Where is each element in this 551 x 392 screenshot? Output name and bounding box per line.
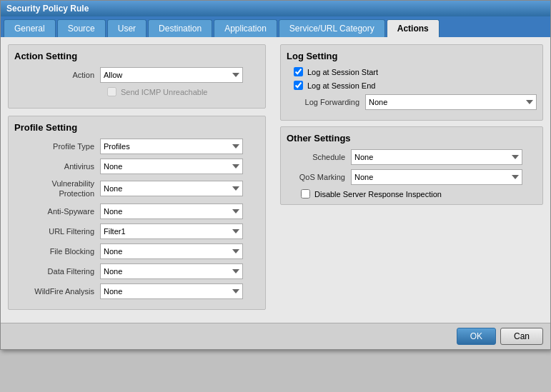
- left-panel: Action Setting Action Allow Deny Drop Se…: [8, 44, 266, 316]
- tab-source[interactable]: Source: [57, 19, 106, 37]
- send-icmp-row: Send ICMP Unreachable: [14, 87, 259, 96]
- other-settings-title: Other Settings: [287, 133, 537, 144]
- ok-button[interactable]: OK: [457, 328, 496, 345]
- disable-server-label: Disable Server Response Inspection: [314, 190, 442, 198]
- send-icmp-label: Send ICMP Unreachable: [121, 88, 207, 96]
- antivirus-label: Antivirus: [14, 162, 100, 171]
- tab-user[interactable]: User: [107, 19, 147, 37]
- action-setting-title: Action Setting: [14, 51, 259, 61]
- title-bar: Security Policy Rule: [1, 1, 550, 16]
- anti-spyware-label: Anti-Spyware: [14, 207, 100, 216]
- action-row: Action Allow Deny Drop: [14, 67, 259, 83]
- tab-content: Action Setting Action Allow Deny Drop Se…: [1, 37, 550, 323]
- antivirus-row: Antivirus None: [14, 159, 259, 174]
- url-filtering-row: URL Filtering Filter1 None: [14, 223, 259, 239]
- profile-setting-title: Profile Setting: [14, 122, 259, 133]
- url-filtering-select[interactable]: Filter1 None: [100, 223, 243, 239]
- wildfire-select[interactable]: None: [100, 283, 243, 299]
- vuln-label: VulnerabilityProtection: [14, 179, 100, 199]
- log-setting-section: Log Setting Log at Session Start Log at …: [280, 44, 543, 121]
- log-session-start-checkbox[interactable]: [294, 67, 303, 76]
- qos-select[interactable]: None: [351, 169, 522, 185]
- tab-service-url[interactable]: Service/URL Category: [279, 19, 385, 37]
- disable-server-checkbox[interactable]: [301, 189, 310, 198]
- file-blocking-label: File Blocking: [14, 247, 100, 256]
- file-blocking-select[interactable]: None: [100, 243, 243, 259]
- anti-spyware-select[interactable]: None: [100, 203, 243, 219]
- log-forwarding-label: Log Forwarding: [287, 98, 365, 106]
- file-blocking-row: File Blocking None: [14, 243, 259, 259]
- data-filtering-row: Data Filtering None: [14, 263, 259, 279]
- schedule-label: Schedule: [287, 153, 351, 161]
- disable-server-row: Disable Server Response Inspection: [287, 189, 537, 198]
- schedule-select[interactable]: None: [351, 149, 522, 165]
- action-setting-section: Action Setting Action Allow Deny Drop Se…: [8, 44, 266, 109]
- qos-label: QoS Marking: [287, 173, 351, 181]
- security-policy-dialog: Security Policy Rule General Source User…: [0, 0, 551, 350]
- qos-row: QoS Marking None: [287, 169, 537, 185]
- url-filtering-label: URL Filtering: [14, 227, 100, 236]
- log-session-end-label: Log at Session End: [307, 81, 375, 90]
- log-session-end-checkbox[interactable]: [294, 81, 303, 90]
- schedule-row: Schedule None: [287, 149, 537, 165]
- footer: OK Can: [1, 323, 550, 349]
- dialog-title: Security Policy Rule: [6, 4, 89, 14]
- vuln-select[interactable]: None: [100, 181, 243, 196]
- log-forwarding-select[interactable]: None: [365, 94, 537, 110]
- tab-actions[interactable]: Actions: [387, 19, 440, 37]
- log-forwarding-row: Log Forwarding None: [287, 94, 537, 110]
- send-icmp-checkbox[interactable]: [107, 87, 116, 96]
- profile-type-select[interactable]: Profiles Group None: [100, 139, 243, 154]
- right-panel: Log Setting Log at Session Start Log at …: [280, 44, 543, 316]
- tab-application[interactable]: Application: [214, 19, 277, 37]
- wildfire-row: WildFire Analysis None: [14, 283, 259, 299]
- tab-general[interactable]: General: [4, 19, 56, 37]
- action-label: Action: [14, 71, 100, 79]
- profile-type-row: Profile Type Profiles Group None: [14, 139, 259, 154]
- tab-bar: General Source User Destination Applicat…: [1, 16, 550, 37]
- cancel-button[interactable]: Can: [500, 328, 543, 345]
- profile-setting-section: Profile Setting Profile Type Profiles Gr…: [8, 116, 266, 310]
- log-session-start-label: Log at Session Start: [307, 68, 378, 76]
- antivirus-select[interactable]: None: [100, 159, 243, 174]
- action-select[interactable]: Allow Deny Drop: [100, 67, 243, 83]
- log-session-start-row: Log at Session Start: [287, 67, 537, 76]
- tab-destination[interactable]: Destination: [148, 19, 212, 37]
- anti-spyware-row: Anti-Spyware None: [14, 203, 259, 219]
- data-filtering-label: Data Filtering: [14, 267, 100, 276]
- log-session-end-row: Log at Session End: [287, 81, 537, 90]
- vuln-row: VulnerabilityProtection None: [14, 179, 259, 199]
- wildfire-label: WildFire Analysis: [14, 287, 100, 296]
- data-filtering-select[interactable]: None: [100, 263, 243, 279]
- log-setting-title: Log Setting: [287, 51, 537, 61]
- other-settings-section: Other Settings Schedule None QoS Marking…: [280, 126, 543, 205]
- profile-type-label: Profile Type: [14, 142, 100, 151]
